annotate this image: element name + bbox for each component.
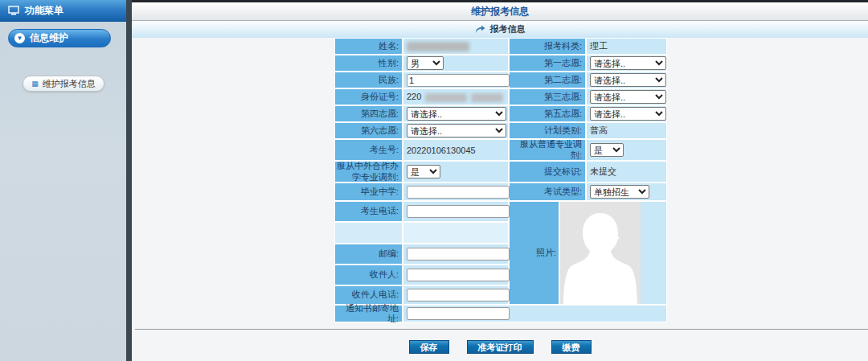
exam-category-value: 理工 bbox=[590, 40, 608, 52]
section-title: 报考信息 bbox=[490, 23, 526, 35]
graduate-school-label: 毕业中学: bbox=[335, 183, 402, 200]
ethnicity-input[interactable] bbox=[407, 74, 510, 87]
sidebar: 功能菜单 ▼ 信息维护 ▦ 维护报考信息 bbox=[0, 0, 126, 361]
choice-1-select[interactable]: 请选择.. bbox=[590, 56, 666, 70]
candidate-phone-cell bbox=[403, 202, 508, 221]
choice-4-select[interactable]: 请选择.. bbox=[407, 107, 506, 121]
choice-3-label: 第三志愿: bbox=[510, 89, 585, 105]
chevron-down-icon: ▼ bbox=[14, 33, 25, 43]
submit-status-label: 提交标识: bbox=[510, 162, 585, 182]
exam-type-select[interactable]: 单独招生 bbox=[590, 185, 649, 199]
ethnicity-label: 民族: bbox=[335, 72, 402, 88]
obey-general-adjust-label: 服从普通专业调剂: bbox=[510, 140, 585, 160]
main-content: 维护报考信息 报考信息 姓名:报考科类:理工性别:男第一志愿:请选择..民族:第… bbox=[132, 0, 868, 361]
sidebar-title: 功能菜单 bbox=[25, 4, 63, 18]
footer-divider bbox=[135, 329, 868, 330]
mail-address-cell bbox=[403, 306, 666, 322]
choice-2-label: 第二志愿: bbox=[510, 72, 585, 88]
choice-6-cell: 请选择.. bbox=[403, 123, 508, 138]
graduate-school-input[interactable] bbox=[407, 186, 510, 199]
recipient-cell bbox=[403, 265, 508, 285]
candidate-number-label: 考生号: bbox=[335, 140, 402, 160]
monitor-icon bbox=[8, 6, 19, 15]
choice-4-cell: 请选择.. bbox=[403, 106, 508, 121]
choice-1-cell: 请选择.. bbox=[587, 55, 666, 71]
name-cell bbox=[403, 39, 508, 54]
name-label: 姓名: bbox=[335, 39, 402, 54]
ethnicity-cell bbox=[403, 72, 508, 88]
choice-3-select[interactable]: 请选择.. bbox=[590, 90, 666, 104]
empty-cell bbox=[403, 223, 508, 243]
plan-category-value: 普高 bbox=[590, 125, 608, 137]
sidebar-item-info-maintenance[interactable]: ▼ 信息维护 bbox=[8, 29, 111, 47]
obey-general-adjust-cell: 是 bbox=[587, 140, 666, 160]
obey-coop-adjust-select[interactable]: 是 bbox=[407, 165, 440, 178]
id-number-value: 220 bbox=[407, 92, 503, 102]
gender-select[interactable]: 男 bbox=[407, 56, 444, 70]
obey-general-adjust-select[interactable]: 是 bbox=[590, 143, 624, 157]
page-title: 维护报考信息 bbox=[132, 2, 868, 21]
action-buttons: 保存 准考证打印 缴费 bbox=[132, 340, 868, 354]
recipient-label: 收件人: bbox=[335, 265, 402, 285]
plan-category-cell: 普高 bbox=[587, 123, 666, 138]
choice-3-cell: 请选择.. bbox=[587, 89, 666, 105]
candidate-number-cell: 20220106130045 bbox=[403, 140, 508, 160]
candidate-phone-label: 考生电话: bbox=[335, 202, 402, 221]
empty-label bbox=[335, 223, 402, 243]
postcode-label: 邮编: bbox=[335, 244, 402, 264]
sidebar-item-label: 信息维护 bbox=[30, 31, 68, 45]
gender-cell: 男 bbox=[403, 55, 508, 71]
id-number-label: 身份证号: bbox=[335, 89, 402, 105]
choice-5-label: 第五志愿: bbox=[510, 106, 585, 121]
name-redacted bbox=[407, 42, 469, 51]
choice-4-label: 第四志愿: bbox=[335, 106, 402, 121]
id-number-cell: 220 bbox=[403, 89, 508, 105]
exam-category-cell: 理工 bbox=[587, 39, 666, 54]
recipient-input[interactable] bbox=[407, 269, 510, 281]
registration-form: 姓名:报考科类:理工性别:男第一志愿:请选择..民族:第二志愿:请选择..身份证… bbox=[334, 38, 667, 322]
mail-address-input[interactable] bbox=[407, 307, 510, 320]
exam-type-label: 考试类型: bbox=[510, 183, 585, 200]
gender-label: 性别: bbox=[335, 55, 402, 71]
sidebar-subitem-label: 维护报考信息 bbox=[43, 78, 96, 90]
graduate-school-cell bbox=[403, 183, 508, 200]
submit-status-cell: 未提交 bbox=[587, 162, 666, 182]
candidate-number-value: 20220106130045 bbox=[407, 146, 476, 155]
choice-5-select[interactable]: 请选择.. bbox=[590, 107, 666, 121]
section-header: 报考信息 bbox=[132, 21, 868, 38]
exam-category-label: 报考科类: bbox=[510, 39, 585, 54]
recipient-phone-input[interactable] bbox=[407, 289, 510, 302]
recipient-phone-label: 收件人电话: bbox=[335, 286, 402, 304]
recipient-phone-cell bbox=[403, 286, 508, 304]
choice-1-label: 第一志愿: bbox=[510, 55, 585, 71]
exam-type-cell: 单独招生 bbox=[587, 183, 666, 200]
photo-area bbox=[560, 202, 666, 304]
sidebar-divider bbox=[126, 0, 132, 361]
redo-arrow-icon bbox=[475, 25, 485, 34]
obey-coop-adjust-cell: 是 bbox=[403, 162, 508, 182]
plan-category-label: 计划类别: bbox=[510, 123, 585, 138]
choice-6-select[interactable]: 请选择.. bbox=[407, 124, 506, 137]
photo-block: 照片: bbox=[510, 202, 666, 304]
postcode-input[interactable] bbox=[407, 248, 510, 260]
postcode-cell bbox=[403, 244, 508, 264]
photo-label: 照片: bbox=[510, 202, 559, 304]
choice-6-label: 第六志愿: bbox=[335, 123, 402, 138]
print-admission-ticket-button[interactable]: 准考证打印 bbox=[467, 340, 534, 354]
obey-coop-adjust-label: 服从中外合作办学专业调剂: bbox=[335, 162, 402, 182]
sidebar-item-maintain-registration[interactable]: ▦ 维护报考信息 bbox=[23, 76, 104, 92]
choice-5-cell: 请选择.. bbox=[587, 106, 666, 121]
mail-address-label: 通知书邮寄地址: bbox=[335, 306, 402, 322]
sidebar-header: 功能菜单 bbox=[0, 0, 126, 22]
save-button[interactable]: 保存 bbox=[409, 340, 449, 354]
candidate-phone-input[interactable] bbox=[407, 205, 510, 218]
submit-status-value: 未提交 bbox=[590, 166, 616, 178]
grid-icon: ▦ bbox=[31, 80, 39, 88]
choice-2-cell: 请选择.. bbox=[587, 72, 666, 88]
photo-placeholder bbox=[560, 202, 641, 304]
pay-button[interactable]: 缴费 bbox=[551, 340, 592, 354]
choice-2-select[interactable]: 请选择.. bbox=[590, 73, 666, 87]
